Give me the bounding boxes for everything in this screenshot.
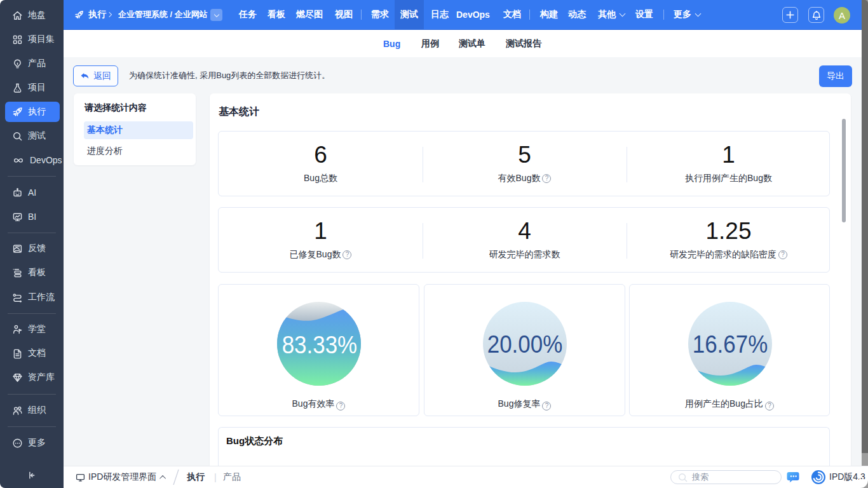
svg-text:16.67%: 16.67% bbox=[693, 331, 768, 358]
svg-text:83.33%: 83.33% bbox=[282, 332, 358, 359]
svg-text:20.00%: 20.00% bbox=[487, 331, 563, 358]
